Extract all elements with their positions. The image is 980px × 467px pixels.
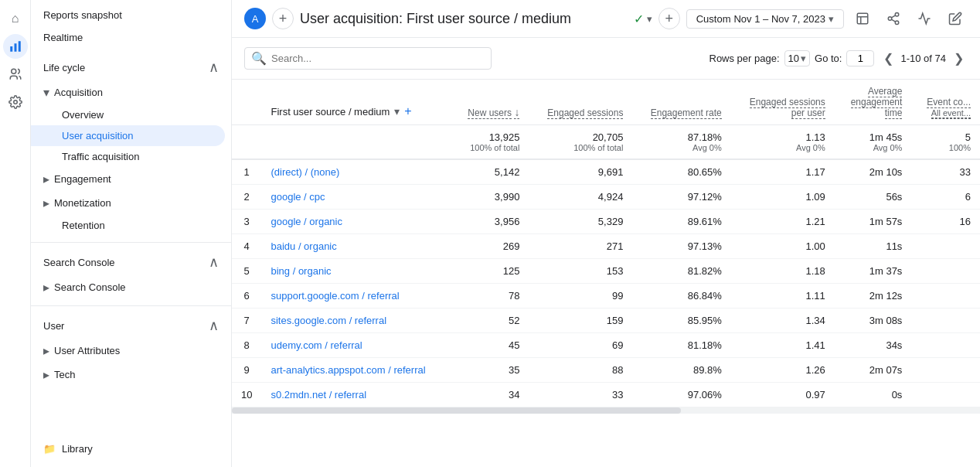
row-avg-time-cell: 1m 37s	[835, 259, 912, 284]
search-console-section: Search Console ∧ ▸ Search Console	[31, 249, 231, 299]
acquisition-label: Acquisition	[54, 87, 103, 98]
avatar[interactable]: A	[244, 8, 266, 29]
horizontal-scrollbar[interactable]	[232, 407, 980, 414]
col-engagement-rate-header[interactable]: Engagement rate	[632, 80, 730, 125]
first-col-label: First user source / medium	[271, 106, 390, 118]
col-sessions-per-user-header[interactable]: Engaged sessionsper user	[731, 80, 835, 125]
row-source-cell[interactable]: support.google.com / referral	[261, 284, 451, 308]
add-column-button[interactable]: +	[404, 104, 411, 118]
user-section: User ∧ ▸ User Attributes ▸ Tech	[31, 312, 231, 387]
retention-item[interactable]: Retention	[31, 215, 231, 236]
col-source-header[interactable]: First user source / medium ▾ +	[261, 80, 451, 125]
settings-icon[interactable]	[3, 90, 28, 114]
svg-point-4	[13, 101, 17, 104]
reports-snapshot-link[interactable]: Reports snapshot	[31, 0, 231, 27]
col-engaged-sessions-header[interactable]: Engaged sessions	[529, 80, 632, 125]
prev-page-button[interactable]: ❮	[879, 49, 897, 68]
search-input[interactable]	[271, 53, 485, 64]
icon-bar: ⌂	[0, 0, 31, 467]
library-label: Library	[62, 443, 93, 455]
row-engaged-sessions-cell: 5,329	[529, 210, 632, 234]
share-button[interactable]	[881, 6, 906, 31]
insights-button[interactable]	[912, 6, 937, 31]
date-range-picker[interactable]: Custom Nov 1 – Nov 7, 2023 ▾	[686, 9, 844, 29]
row-source-cell[interactable]: google / organic	[261, 210, 451, 234]
add-report-button[interactable]: +	[658, 8, 680, 29]
col-engagement-rate-label: Engagement rate	[651, 107, 722, 119]
share-report-button[interactable]	[850, 6, 875, 31]
status-indicator: ✓ ▾	[634, 12, 652, 26]
users-icon[interactable]	[3, 62, 28, 87]
main-content: A + User acquisition: First user source …	[232, 0, 980, 467]
row-num-cell: 10	[232, 383, 261, 407]
table-row: 2 google / cpc 3,990 4,924 97.12% 1.09 5…	[232, 185, 980, 210]
row-engaged-sessions-cell: 99	[529, 284, 632, 308]
search-box[interactable]: 🔍	[244, 47, 492, 70]
row-source-cell[interactable]: art-analytics.appspot.com / referral	[261, 358, 451, 383]
row-event-count-cell	[911, 333, 980, 358]
lifecycle-toggle[interactable]: Life cycle ∧	[31, 54, 231, 80]
svg-point-8	[895, 21, 899, 25]
row-new-users-cell: 125	[451, 259, 529, 284]
row-engaged-sessions-cell: 33	[529, 383, 632, 407]
tech-group[interactable]: ▸ Tech	[31, 363, 231, 387]
col-avg-time-header[interactable]: Averageengagementtime	[835, 80, 912, 125]
row-sessions-per-user-cell: 0.97	[731, 383, 835, 407]
header-actions	[850, 6, 968, 31]
row-new-users-cell: 269	[451, 234, 529, 259]
row-source-cell[interactable]: s0.2mdn.net / referral	[261, 383, 451, 407]
chevron-up-icon-2: ∧	[209, 254, 219, 271]
user-attributes-group[interactable]: ▸ User Attributes	[31, 339, 231, 363]
engagement-group[interactable]: ▸ Engagement	[31, 167, 231, 191]
library-link[interactable]: 📁 Library	[31, 437, 232, 461]
scrollbar-thumb[interactable]	[232, 407, 681, 414]
analytics-icon[interactable]	[3, 34, 28, 59]
row-source-cell[interactable]: google / cpc	[261, 185, 451, 210]
monetization-label: Monetization	[54, 197, 111, 209]
divider-2	[31, 305, 231, 306]
sort-icon: ▾	[394, 105, 400, 118]
row-source-cell[interactable]: bing / organic	[261, 259, 451, 284]
realtime-link[interactable]: Realtime	[31, 27, 231, 48]
search-console-toggle[interactable]: Search Console ∧	[31, 249, 231, 275]
totals-avg-time-cell: 1m 45s Avg 0%	[835, 125, 912, 160]
pagination-text: 1-10 of 74	[900, 53, 946, 64]
user-acquisition-item[interactable]: User acquisition	[31, 125, 225, 146]
table-row: 7 sites.google.com / referral 52 159 85.…	[232, 308, 980, 333]
row-source-cell[interactable]: udemy.com / referral	[261, 333, 451, 358]
svg-line-10	[891, 15, 895, 18]
row-source-cell[interactable]: (direct) / (none)	[261, 159, 451, 185]
overview-item[interactable]: Overview	[31, 104, 231, 125]
row-event-count-cell	[911, 308, 980, 333]
search-console-item[interactable]: ▸ Search Console	[31, 275, 231, 299]
row-new-users-cell: 3,990	[451, 185, 529, 210]
goto-input[interactable]	[846, 50, 874, 66]
acquisition-group[interactable]: ▾ Acquisition	[31, 80, 231, 104]
user-attributes-label: User Attributes	[54, 345, 120, 356]
row-source-cell[interactable]: sites.google.com / referral	[261, 308, 451, 333]
col-new-users-header[interactable]: New users ↓	[451, 80, 529, 125]
totals-num-cell	[232, 125, 261, 160]
user-section-toggle[interactable]: User ∧	[31, 312, 231, 339]
row-avg-time-cell: 2m 10s	[835, 159, 912, 185]
row-engagement-rate-cell: 89.8%	[632, 358, 730, 383]
row-source-cell[interactable]: baidu / organic	[261, 234, 451, 259]
table-row: 1 (direct) / (none) 5,142 9,691 80.65% 1…	[232, 159, 980, 185]
title-dropdown[interactable]: ▾	[647, 13, 652, 25]
col-event-count-header[interactable]: Event co...All event...	[911, 80, 980, 125]
goto-label: Go to:	[815, 53, 842, 64]
add-comparison-button[interactable]: +	[272, 8, 294, 29]
expand-icon: ▾	[43, 85, 49, 100]
edit-button[interactable]	[943, 6, 968, 31]
row-sessions-per-user-cell: 1.11	[731, 284, 835, 308]
row-sessions-per-user-cell: 1.34	[731, 308, 835, 333]
row-new-users-cell: 45	[451, 333, 529, 358]
row-engagement-rate-cell: 89.61%	[632, 210, 730, 234]
home-icon[interactable]: ⌂	[3, 6, 28, 31]
row-engaged-sessions-cell: 88	[529, 358, 632, 383]
col-engaged-sessions-label: Engaged sessions	[547, 107, 623, 119]
next-page-button[interactable]: ❯	[949, 49, 968, 68]
rows-per-page-select[interactable]: 10 ▾	[784, 50, 810, 66]
monetization-group[interactable]: ▸ Monetization	[31, 191, 231, 215]
traffic-acquisition-item[interactable]: Traffic acquisition	[31, 146, 231, 167]
